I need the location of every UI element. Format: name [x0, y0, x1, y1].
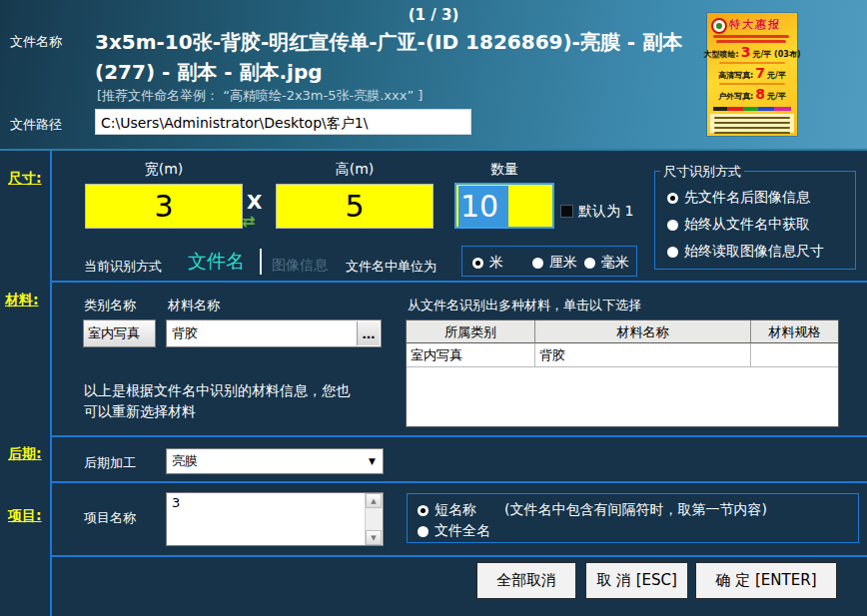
- app-window: (1 / 3) 文件名称 3x5m-10张-背胶-明红宣传单-广亚-(ID 18…: [0, 0, 867, 616]
- cancel-all-button[interactable]: 全部取消: [476, 562, 576, 599]
- radio-always-image-info[interactable]: 始终读取图像信息尺寸: [667, 243, 824, 261]
- file-path-input[interactable]: C:\Users\Administrator\Desktop\客户1\: [95, 109, 471, 135]
- radio-always-filename[interactable]: 始终从文件名中获取: [667, 216, 824, 234]
- browse-material-button[interactable]: …: [357, 321, 380, 345]
- material-note-line1: 以上是根据文件名中识别的材料信息，您也: [84, 382, 350, 400]
- sidebar-item-size: 尺寸:: [8, 170, 42, 188]
- radio-icon: [584, 258, 595, 269]
- filename-unit-label: 文件名中单位为: [346, 258, 436, 276]
- width-label: 宽(m): [85, 161, 243, 179]
- radio-icon: [667, 220, 678, 231]
- table-header-row: 所属类别 材料名称 材料规格: [407, 320, 838, 343]
- unit-groupbox: 米 厘米 毫米: [461, 246, 637, 277]
- flyer-price-line: 户外写真: 8 元/平: [709, 88, 795, 102]
- flyer-contact-block: [710, 114, 794, 133]
- radio-unit-m[interactable]: 米: [472, 254, 503, 272]
- file-preview-thumbnail: 特大惠报 大型喷绘: 3 元/平 (03布) 高清写真: 7 元/平 户外写真:…: [707, 13, 797, 136]
- method-image-toggle[interactable]: 图像信息: [272, 257, 328, 275]
- default-qty-checkbox[interactable]: [560, 205, 573, 218]
- flyer-price-line: 高清写真: 7 元/平: [709, 67, 795, 81]
- default-qty-label: 默认为 1: [578, 203, 633, 221]
- section-divider: [50, 555, 867, 557]
- material-table-caption: 从文件名识别出多种材料，单击以下选择: [408, 297, 641, 314]
- section-divider: [50, 481, 867, 483]
- category-label: 类别名称: [84, 297, 136, 314]
- selected-text: 10: [458, 186, 508, 227]
- flyer-multicolor-bar: [713, 107, 791, 111]
- section-divider: [50, 281, 867, 283]
- flyer-text-bar: [716, 40, 786, 43]
- size-recognition-groupbox: 尺寸识别方式 先文件名后图像信息 始终从文件名中获取 始终读取图像信息尺寸: [654, 171, 856, 270]
- file-name-text: 3x5m-10张-背胶-明红宣传单-广亚-(ID 1826869)-亮膜 - 副…: [95, 27, 722, 87]
- post-process-dropdown[interactable]: 亮膜 ▼: [166, 448, 384, 474]
- height-input[interactable]: 5: [276, 184, 434, 229]
- radio-icon: [532, 258, 543, 269]
- header-panel: (1 / 3) 文件名称 3x5m-10张-背胶-明红宣传单-广亚-(ID 18…: [0, 0, 867, 151]
- method-divider: [260, 249, 262, 275]
- radio-short-name[interactable]: 短名称 (文件名中包含有间隔符时，取第一节内容): [418, 501, 767, 519]
- scrollbar[interactable]: ▲ ▼: [365, 493, 383, 545]
- radio-unit-mm[interactable]: 毫米: [584, 254, 629, 272]
- material-field[interactable]: 背胶 …: [166, 319, 382, 347]
- project-name-textarea[interactable]: 3 ▲ ▼: [166, 492, 384, 546]
- radio-full-name[interactable]: 文件全名: [418, 522, 490, 540]
- sidebar-divider: [50, 151, 52, 616]
- file-name-label: 文件名称: [10, 33, 62, 51]
- project-name-mode-groupbox: 短名称 (文件名中包含有间隔符时，取第一节内容) 文件全名: [407, 493, 859, 543]
- flyer-title: 特大惠报: [728, 17, 782, 32]
- naming-recommendation: [推荐文件命名举例： “高精喷绘-2x3m-5张-亮膜.xxx” ]: [97, 87, 423, 105]
- project-name-label: 项目名称: [84, 509, 136, 527]
- quantity-input[interactable]: 10: [454, 183, 554, 229]
- method-filename-toggle[interactable]: 文件名: [188, 249, 245, 275]
- category-field[interactable]: 室内写真: [83, 319, 156, 347]
- post-process-label: 后期加工: [84, 454, 136, 472]
- current-method-label: 当前识别方式: [84, 258, 162, 276]
- times-label: X: [247, 190, 262, 214]
- radio-filename-first[interactable]: 先文件名后图像信息: [667, 189, 824, 207]
- flyer-logo-icon: [711, 18, 727, 34]
- material-note-line2: 可以重新选择材料: [84, 403, 196, 421]
- radio-icon: [472, 258, 483, 269]
- section-divider: [50, 435, 867, 437]
- panel-top-edge: [0, 149, 867, 151]
- radio-icon: [667, 193, 678, 204]
- flyer-text-bar: [713, 35, 789, 38]
- flyer-price-line: 大型喷绘: 3 元/平 (03布): [709, 46, 795, 60]
- flyer-text-bar: [719, 62, 785, 64]
- material-label: 材料名称: [168, 297, 220, 314]
- sidebar-item-project: 项目:: [8, 507, 42, 525]
- radio-icon: [418, 505, 429, 516]
- scroll-down-icon[interactable]: ▼: [366, 530, 382, 545]
- table-row[interactable]: 室内写真 背胶: [407, 343, 838, 367]
- material-table: 所属类别 材料名称 材料规格 室内写真 背胶: [406, 319, 839, 427]
- sidebar-item-post: 后期:: [8, 445, 42, 463]
- cancel-button[interactable]: 取 消 [ESC]: [585, 562, 688, 599]
- radio-icon: [667, 247, 678, 258]
- swap-dimensions-icon[interactable]: ⇄: [242, 212, 255, 231]
- flyer-text-bar: [719, 83, 785, 85]
- chevron-down-icon[interactable]: ▼: [363, 450, 382, 472]
- radio-icon: [418, 526, 429, 537]
- height-label: 高(m): [276, 161, 434, 179]
- ok-button[interactable]: 确 定 [ENTER]: [695, 562, 837, 599]
- quantity-label: 数量: [454, 161, 554, 179]
- size-recognition-title: 尺寸识别方式: [660, 163, 744, 181]
- width-input[interactable]: 3: [85, 184, 243, 229]
- scroll-up-icon[interactable]: ▲: [366, 493, 382, 508]
- radio-unit-cm[interactable]: 厘米: [532, 254, 577, 272]
- file-path-label: 文件路径: [10, 116, 62, 134]
- sidebar-item-material: 材料:: [5, 292, 39, 309]
